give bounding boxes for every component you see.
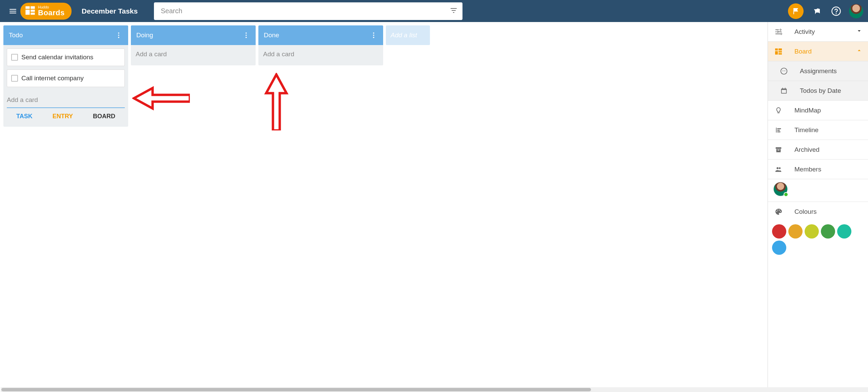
svg-point-34 <box>777 210 778 211</box>
svg-point-10 <box>245 35 247 36</box>
list-title: Done <box>264 32 368 39</box>
members-row <box>768 179 868 202</box>
search-wrap <box>154 2 462 20</box>
card[interactable]: Send calendar invitations <box>7 48 125 66</box>
add-list-button[interactable]: Add a list <box>386 25 430 45</box>
svg-point-9 <box>245 33 247 34</box>
card[interactable]: Call internet company <box>7 69 125 87</box>
board-title[interactable]: December Tasks <box>82 7 138 15</box>
colour-swatch[interactable] <box>805 224 819 239</box>
colour-swatch[interactable] <box>821 224 835 239</box>
list-title: Todo <box>9 32 113 39</box>
logo-text-big: Boards <box>38 9 65 17</box>
checkbox[interactable] <box>11 75 18 82</box>
add-card-type-tabs: TASK ENTRY BOARD <box>7 108 125 124</box>
svg-rect-28 <box>776 147 782 149</box>
svg-rect-15 <box>775 48 778 50</box>
svg-point-31 <box>776 167 778 169</box>
tab-entry[interactable]: ENTRY <box>53 113 73 120</box>
list-menu-button[interactable] <box>113 29 125 41</box>
panel-label: Assignments <box>800 67 868 75</box>
help-button[interactable] <box>829 4 843 18</box>
app-header: Huddo Boards December Tasks <box>0 0 868 22</box>
colour-swatch[interactable] <box>788 224 803 239</box>
colour-swatch[interactable] <box>772 241 786 255</box>
horizontal-scrollbar[interactable] <box>1 387 868 392</box>
help-icon <box>831 6 841 16</box>
pin-button[interactable] <box>810 4 823 18</box>
list-title: Doing <box>136 32 240 39</box>
svg-rect-17 <box>775 51 778 55</box>
add-card-button[interactable]: Add a card <box>131 45 256 65</box>
main-menu-button[interactable] <box>6 4 20 18</box>
svg-rect-1 <box>31 6 35 9</box>
svg-point-14 <box>373 37 374 38</box>
members-icon <box>774 166 783 173</box>
svg-rect-26 <box>785 87 786 89</box>
list-header[interactable]: Done <box>258 25 383 45</box>
search-input[interactable] <box>154 2 462 20</box>
tab-board[interactable]: BOARD <box>93 113 115 120</box>
svg-point-22 <box>785 70 785 71</box>
panel-label: Timeline <box>794 126 868 134</box>
panel-item-activity[interactable]: Activity <box>768 22 868 42</box>
tab-task[interactable]: TASK <box>16 113 33 120</box>
filter-icon[interactable] <box>450 6 458 16</box>
milestones-button[interactable] <box>788 3 804 19</box>
colour-swatch[interactable] <box>772 224 786 239</box>
board-area: Todo Send calendar invitations Call inte… <box>0 22 868 385</box>
pin-icon <box>812 6 821 16</box>
svg-point-8 <box>118 37 119 38</box>
flag-icon <box>792 7 800 15</box>
user-avatar-button[interactable] <box>849 4 863 18</box>
chevron-down-icon <box>856 27 863 36</box>
list-done: Done Add a card <box>258 25 383 65</box>
calendar-icon <box>780 87 788 95</box>
vertical-dots-icon <box>370 32 377 39</box>
list-menu-button[interactable] <box>240 29 252 41</box>
svg-point-36 <box>780 211 781 212</box>
panel-label: Board <box>794 48 844 55</box>
svg-point-7 <box>118 35 119 36</box>
panel-item-timeline[interactable]: Timeline <box>768 120 868 140</box>
add-card-button[interactable]: Add a card <box>258 45 383 65</box>
list-header[interactable]: Doing <box>131 25 256 45</box>
hamburger-icon <box>8 7 17 16</box>
svg-point-33 <box>776 211 777 212</box>
lightbulb-icon <box>774 107 783 114</box>
svg-rect-25 <box>782 87 783 89</box>
panel-label: Members <box>794 166 868 173</box>
panel-item-archived[interactable]: Archived <box>768 140 868 160</box>
svg-rect-2 <box>25 9 30 15</box>
panel-item-assignments[interactable]: Assignments <box>768 61 868 81</box>
svg-point-11 <box>245 37 247 38</box>
list-header[interactable]: Todo <box>3 25 128 45</box>
svg-rect-29 <box>776 149 781 152</box>
panel-item-board[interactable]: Board <box>768 42 868 61</box>
presence-indicator <box>784 192 788 197</box>
panel-item-mindmap[interactable]: MindMap <box>768 101 868 120</box>
panel-item-colours[interactable]: Colours <box>768 202 868 222</box>
scrollbar-thumb[interactable] <box>1 388 591 391</box>
list-menu-button[interactable] <box>368 29 380 41</box>
palette-icon <box>774 208 783 216</box>
board-icon <box>774 47 783 56</box>
member-avatar[interactable] <box>773 182 788 196</box>
svg-rect-3 <box>31 9 35 12</box>
svg-point-12 <box>373 33 374 34</box>
vertical-dots-icon <box>242 32 250 39</box>
tune-icon <box>774 28 783 36</box>
svg-rect-27 <box>777 112 780 113</box>
panel-item-members[interactable]: Members <box>768 160 868 179</box>
logo-icon <box>25 5 35 17</box>
add-card-input[interactable] <box>7 95 125 108</box>
svg-rect-16 <box>778 48 782 50</box>
logo[interactable]: Huddo Boards <box>20 3 72 20</box>
svg-rect-19 <box>778 53 782 55</box>
colour-swatch[interactable] <box>837 224 851 239</box>
svg-rect-18 <box>778 51 782 53</box>
list-body: Send calendar invitations Call internet … <box>3 45 128 127</box>
panel-item-todos-by-date[interactable]: Todos by Date <box>768 81 868 101</box>
list-todo: Todo Send calendar invitations Call inte… <box>3 25 128 127</box>
checkbox[interactable] <box>11 54 18 61</box>
